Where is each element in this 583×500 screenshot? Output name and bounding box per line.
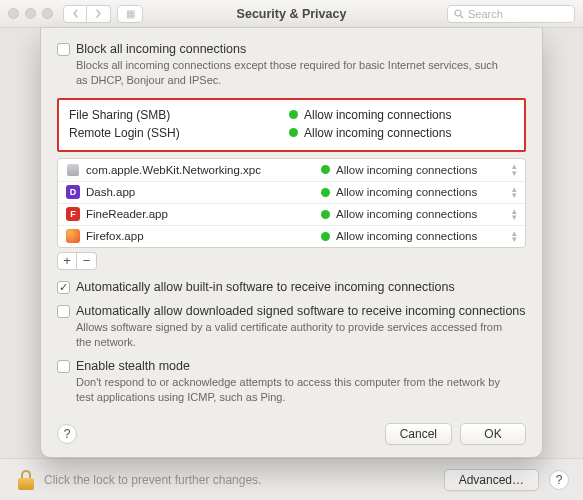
xpc-icon [66,163,80,177]
advanced-button[interactable]: Advanced… [444,469,539,491]
add-app-button[interactable]: + [57,252,77,270]
app-status: Allow incoming connections [336,230,477,242]
cancel-button[interactable]: Cancel [385,423,452,445]
block-all-label: Block all incoming connections [76,42,506,56]
app-name: FineReader.app [86,208,321,220]
svg-line-1 [461,15,464,18]
app-name: Dash.app [86,186,321,198]
stealth-label: Enable stealth mode [76,359,506,373]
stealth-checkbox[interactable] [57,360,70,373]
stealth-option: Enable stealth mode Don't respond to or … [57,359,526,405]
sheet-footer: ? Cancel OK [57,423,526,445]
block-all-option: Block all incoming connections Blocks al… [57,42,526,88]
chevron-right-icon [95,9,102,18]
minus-icon: − [83,253,91,268]
auto-builtin-option: Automatically allow built-in software to… [57,280,526,294]
service-name: File Sharing (SMB) [69,108,289,122]
status-popup-button[interactable]: ▴▾ [512,186,517,199]
grid-icon: ▦ [126,8,135,19]
plus-icon: + [63,253,71,268]
lock-icon[interactable] [18,470,34,490]
auto-builtin-checkbox[interactable] [57,281,70,294]
app-status: Allow incoming connections [336,186,477,198]
service-row: File Sharing (SMB) Allow incoming connec… [69,106,514,124]
app-status: Allow incoming connections [336,164,477,176]
search-placeholder: Search [468,8,503,20]
help-icon: ? [556,473,563,487]
window-controls [8,8,53,19]
app-name: Firefox.app [86,230,321,242]
footer-help-button[interactable]: ? [549,470,569,490]
status-dot-icon [321,165,330,174]
auto-signed-option: Automatically allow downloaded signed so… [57,304,526,350]
minimize-window-icon[interactable] [25,8,36,19]
search-input[interactable]: Search [447,5,575,23]
chevron-down-icon: ▾ [512,192,517,198]
service-status: Allow incoming connections [304,126,451,140]
status-dot-icon [289,128,298,137]
status-popup-button[interactable]: ▴▾ [512,208,517,221]
app-row[interactable]: com.apple.WebKit.Networking.xpc Allow in… [58,159,525,181]
service-status: Allow incoming connections [304,108,451,122]
ok-button[interactable]: OK [460,423,526,445]
app-status: Allow incoming connections [336,208,477,220]
auto-signed-label: Automatically allow downloaded signed so… [76,304,526,318]
app-name: com.apple.WebKit.Networking.xpc [86,164,321,176]
sheet-help-button[interactable]: ? [57,424,77,444]
status-dot-icon [321,188,330,197]
firefox-app-icon [66,229,80,243]
zoom-window-icon[interactable] [42,8,53,19]
lock-text: Click the lock to prevent further change… [44,473,261,487]
dash-app-icon: D [66,185,80,199]
remove-app-button[interactable]: − [77,252,97,270]
status-dot-icon [289,110,298,119]
stealth-desc: Don't respond to or acknowledge attempts… [76,375,506,405]
app-row[interactable]: D Dash.app Allow incoming connections ▴▾ [58,181,525,203]
app-row[interactable]: Firefox.app Allow incoming connections ▴… [58,225,525,247]
block-all-checkbox[interactable] [57,43,70,56]
finereader-app-icon: F [66,207,80,221]
status-dot-icon [321,210,330,219]
firewall-options-sheet: Block all incoming connections Blocks al… [40,28,543,458]
highlighted-services: File Sharing (SMB) Allow incoming connec… [57,98,526,152]
window-titlebar: ▦ Security & Privacy Search [0,0,583,28]
show-all-button[interactable]: ▦ [117,5,143,23]
chevron-down-icon: ▾ [512,170,517,176]
auto-signed-desc: Allows software signed by a valid certif… [76,320,506,350]
app-list[interactable]: com.apple.WebKit.Networking.xpc Allow in… [57,158,526,248]
chevron-down-icon: ▾ [512,236,517,242]
status-popup-button[interactable]: ▴▾ [512,230,517,243]
status-popup-button[interactable]: ▴▾ [512,163,517,176]
nav-group [63,5,111,23]
pane-footer: Click the lock to prevent further change… [0,458,583,500]
pane-backdrop: Block all incoming connections Blocks al… [0,28,583,458]
auto-signed-checkbox[interactable] [57,305,70,318]
status-dot-icon [321,232,330,241]
auto-builtin-label: Automatically allow built-in software to… [76,280,455,294]
add-remove-group: + − [57,252,526,270]
chevron-down-icon: ▾ [512,214,517,220]
service-row: Remote Login (SSH) Allow incoming connec… [69,124,514,142]
forward-button[interactable] [87,5,111,23]
back-button[interactable] [63,5,87,23]
chevron-left-icon [72,9,79,18]
search-icon [454,9,464,19]
close-window-icon[interactable] [8,8,19,19]
app-row[interactable]: F FineReader.app Allow incoming connecti… [58,203,525,225]
help-icon: ? [64,427,71,441]
block-all-desc: Blocks all incoming connections except t… [76,58,506,88]
service-name: Remote Login (SSH) [69,126,289,140]
svg-point-0 [455,10,461,16]
